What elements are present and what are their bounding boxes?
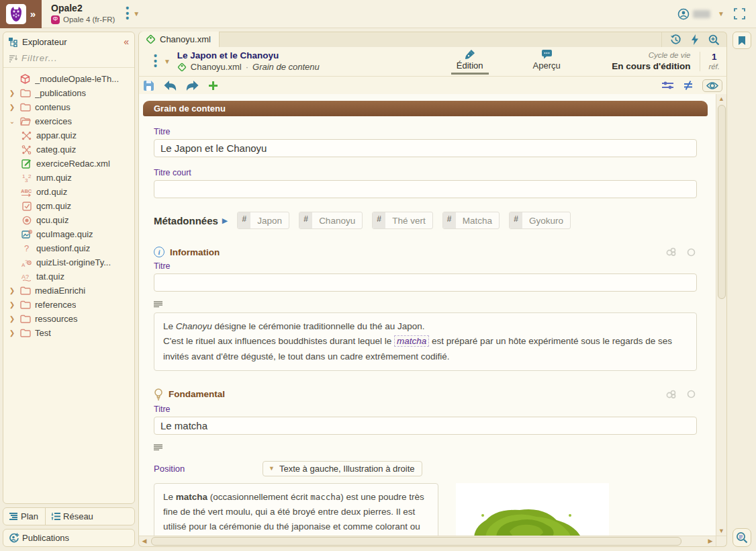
document-menu-button[interactable]: ••• xyxy=(154,54,157,69)
molecule-ghost-icon[interactable] xyxy=(666,247,677,257)
add-icon[interactable] xyxy=(208,81,218,91)
not-equal-icon[interactable] xyxy=(683,80,693,91)
tree-item-quizList[interactable]: A? quizList-origineTy... xyxy=(5,255,133,269)
image-choice-icon xyxy=(21,230,32,239)
tab-edition[interactable]: Édition xyxy=(447,49,493,75)
chevron-right-icon[interactable]: ❯ xyxy=(9,287,15,294)
redo-icon[interactable] xyxy=(186,81,199,91)
lightning-icon[interactable] xyxy=(691,34,699,45)
chevron-down-icon[interactable]: ⌄ xyxy=(9,118,15,125)
tree-item-ressources[interactable]: ❯ ressources xyxy=(5,312,133,326)
molecule-ghost-icon[interactable] xyxy=(666,390,677,399)
scroll-right-icon[interactable]: ▶ xyxy=(705,536,716,546)
tag-chip[interactable]: # Thé vert xyxy=(372,212,433,229)
visibility-toggle[interactable] xyxy=(702,79,722,92)
tree-item-questionf[interactable]: ? questionf.quiz xyxy=(5,241,133,255)
fond-titre-input[interactable]: Le matcha xyxy=(154,417,697,435)
fullscreen-icon[interactable] xyxy=(734,8,745,19)
document-filename: Chanoyu.xml xyxy=(191,62,242,73)
scroll-down-icon[interactable]: ▼ xyxy=(716,526,726,536)
tag-chip[interactable]: # Gyokuro xyxy=(509,212,571,229)
tree-item-publications[interactable]: ❯ _publications xyxy=(5,86,133,100)
save-icon[interactable] xyxy=(143,80,154,91)
undo-icon[interactable] xyxy=(164,81,177,91)
fondamental-richtext[interactable]: Le matcha (occasionnellement écrit macch… xyxy=(154,483,438,536)
scroll-up-icon[interactable]: ▲ xyxy=(716,94,726,103)
tree-item-references[interactable]: ❯ references xyxy=(5,298,133,312)
zoom-in-icon[interactable] xyxy=(708,34,720,45)
horizontal-scroll-thumb[interactable] xyxy=(151,537,681,546)
tree-item-qcuImage[interactable]: qcuImage.quiz xyxy=(5,227,133,241)
metadata-label[interactable]: Métadonnées xyxy=(154,215,218,226)
tag-chip[interactable]: # Chanoyu xyxy=(299,212,363,229)
lightbulb-icon xyxy=(154,388,163,400)
paragraph-block-icon[interactable] xyxy=(154,301,701,308)
titre-court-input[interactable] xyxy=(154,180,697,198)
titre-input[interactable]: Le Japon et le Chanoyu xyxy=(154,139,697,157)
document-tab-chanoyu[interactable]: Chanoyu.xml xyxy=(139,32,220,47)
tree-item-ord[interactable]: ABC ord.quiz xyxy=(5,185,133,199)
filter-placeholder: Filtrer... xyxy=(21,53,58,63)
chevron-right-icon[interactable]: ❯ xyxy=(9,89,15,97)
tree-item-exerciceRedac[interactable]: exerciceRedac.xml xyxy=(5,157,133,171)
module-cube-icon xyxy=(19,74,31,84)
chevron-right-icon[interactable]: ❯ xyxy=(9,103,15,111)
workspace-caret-icon[interactable]: ▼ xyxy=(133,10,140,17)
categorize-icon xyxy=(21,145,32,155)
paragraph-block-icon[interactable] xyxy=(154,444,701,452)
document-type: Grain de contenu xyxy=(252,62,320,73)
tree-item-appar[interactable]: appar.quiz xyxy=(5,128,133,142)
tag-chip[interactable]: # Matcha xyxy=(442,212,500,229)
horizontal-scrollbar[interactable]: ◀ ▶ xyxy=(138,536,727,547)
tree-item-qcm[interactable]: qcm.quiz xyxy=(5,199,133,213)
history-icon[interactable] xyxy=(670,34,681,45)
scroll-left-icon[interactable]: ◀ xyxy=(139,536,150,546)
vertical-scroll-thumb[interactable] xyxy=(718,105,726,299)
chevron-right-icon[interactable]: ❯ xyxy=(9,329,15,337)
status-circle-icon[interactable] xyxy=(687,390,696,398)
hash-icon: # xyxy=(238,212,250,228)
metadata-expand-icon[interactable]: ▶ xyxy=(222,216,228,225)
tree-item-qcu[interactable]: qcu.quiz xyxy=(5,213,133,227)
search-content-button[interactable] xyxy=(733,528,751,547)
filters-sliders-icon[interactable] xyxy=(661,81,674,90)
tree-item-module[interactable]: _moduleOpale-leTh... xyxy=(5,72,133,86)
emphasis-term: Chanoyu xyxy=(176,321,212,331)
explorer-tree-icon xyxy=(8,37,19,47)
chevron-right-icon[interactable]: ❯ xyxy=(9,315,15,323)
tree-item-exercices[interactable]: ⌄ exercices xyxy=(5,114,133,128)
user-caret-icon: ▼ xyxy=(718,10,724,17)
tree-item-contenus[interactable]: ❯ contenus xyxy=(5,100,133,114)
matcha-powder-image[interactable] xyxy=(456,483,609,536)
publications-bar[interactable]: Publications xyxy=(3,529,135,547)
tag-chip[interactable]: # Japon xyxy=(237,212,289,229)
explorer-collapse-button[interactable]: « xyxy=(124,36,129,47)
folder-icon xyxy=(19,286,31,295)
tree-item-num[interactable]: 132 num.quiz xyxy=(5,171,133,185)
tab-reseau[interactable]: Réseau xyxy=(45,508,100,525)
tree-item-mediaEnrichi[interactable]: ❯ mediaEnrichi xyxy=(5,284,133,298)
folder-icon xyxy=(19,329,31,337)
tree-item-tat[interactable]: A? tat.quiz xyxy=(5,269,133,284)
app-title-block: Opale2 Φ Opale 4 (fr-FR) xyxy=(51,3,115,24)
workspace-menu-button[interactable]: ••• xyxy=(126,6,129,22)
chevron-right-icon[interactable]: ❯ xyxy=(9,301,15,308)
titre-court-label: Titre court xyxy=(154,168,701,177)
tab-apercu[interactable]: Aperçu xyxy=(524,49,570,75)
user-menu[interactable]: ▼ xyxy=(677,8,724,20)
numeric-icon: 132 xyxy=(21,173,32,183)
app-logo-button[interactable]: » xyxy=(0,0,42,28)
vertical-scrollbar[interactable]: ▲ ▼ xyxy=(716,94,726,536)
position-select[interactable]: ▼ Texte à gauche, Illustration à droite xyxy=(263,461,422,476)
filter-input[interactable]: Filtrer... xyxy=(3,50,134,68)
status-circle-icon[interactable] xyxy=(687,248,696,257)
information-richtext[interactable]: Le Chanoyu désigne le cérémonie traditio… xyxy=(154,312,697,371)
glossary-link-matcha[interactable]: matcha xyxy=(394,335,429,347)
reference-count[interactable]: 1 réf. xyxy=(700,52,720,71)
tab-plan[interactable]: Plan xyxy=(3,508,45,525)
bookmark-button[interactable] xyxy=(733,32,751,49)
info-titre-input[interactable] xyxy=(154,273,697,292)
document-menu-caret-icon[interactable]: ▼ xyxy=(164,58,171,65)
tree-item-test[interactable]: ❯ Test xyxy=(5,326,133,340)
tree-item-categ[interactable]: categ.quiz xyxy=(5,142,133,157)
